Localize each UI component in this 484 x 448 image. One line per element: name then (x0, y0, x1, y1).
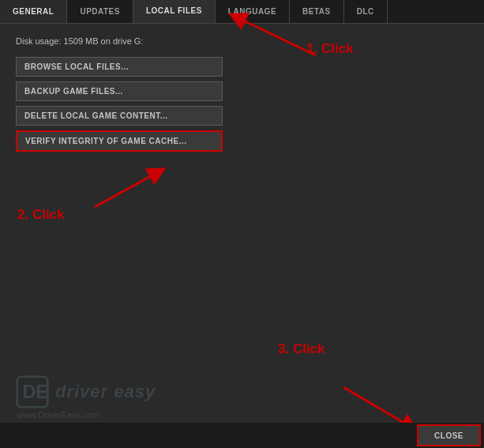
annotation-3: 3. Click (278, 341, 325, 357)
close-button[interactable]: CLOSE (417, 424, 481, 446)
tab-general[interactable]: GENERAL (0, 0, 67, 23)
watermark: DE driver easy www.DriverEasy.com (16, 375, 156, 420)
disk-usage-label: Disk usage: 1509 MB on drive G: (16, 36, 468, 46)
svg-text:DE: DE (22, 382, 48, 402)
annotation-1: 1. Click (306, 41, 354, 57)
tab-dlc[interactable]: DLC (344, 0, 388, 23)
backup-game-files-button[interactable]: BACKUP GAME FILES... (16, 81, 223, 101)
verify-integrity-button[interactable]: VERIFY INTEGRITY OF GAME CACHE... (16, 130, 223, 152)
tab-betas[interactable]: BETAS (290, 0, 344, 23)
tab-local-files[interactable]: LOCAL FILES (133, 0, 216, 23)
svg-line-2 (95, 172, 158, 207)
watermark-icon: DE (16, 375, 49, 408)
watermark-brand: driver easy (55, 382, 156, 402)
tab-updates[interactable]: UPDATES (67, 0, 133, 23)
watermark-url: www.DriverEasy.com (17, 410, 99, 420)
svg-line-3 (343, 387, 411, 427)
tab-bar: GENERAL UPDATES LOCAL FILES LANGUAGE BET… (0, 0, 484, 24)
browse-local-files-button[interactable]: BROWSE LOCAL FILES... (16, 57, 223, 77)
bottom-bar: CLOSE (0, 423, 484, 448)
delete-local-game-content-button[interactable]: DELETE LOCAL GAME CONTENT... (16, 106, 223, 126)
main-content: Disk usage: 1509 MB on drive G: BROWSE L… (0, 24, 484, 169)
annotation-2: 2. Click (17, 207, 65, 223)
tab-language[interactable]: LANGUAGE (216, 0, 290, 23)
